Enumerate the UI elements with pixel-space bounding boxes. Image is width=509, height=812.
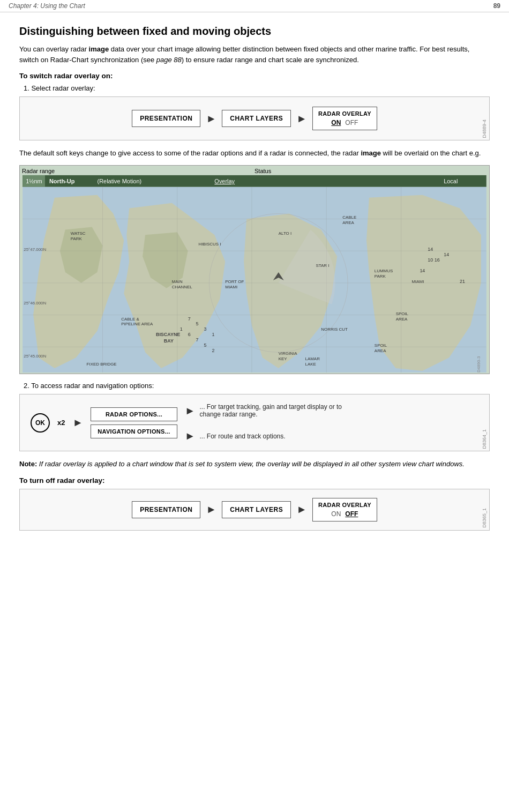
svg-text:WATSC: WATSC	[71, 232, 86, 236]
svg-text:D4890-3: D4890-3	[476, 356, 481, 373]
svg-text:14: 14	[428, 247, 433, 252]
note-paragraph: Note: If radar overlay is applied to a c…	[19, 459, 490, 470]
page-header: Chapter 4: Using the Chart 89	[0, 0, 509, 12]
svg-text:MIAMI: MIAMI	[225, 285, 237, 289]
arrow-icon-6: ►	[206, 503, 216, 516]
radar-options-key[interactable]: RADAR OPTIONS...	[91, 407, 177, 421]
svg-text:CABLE: CABLE	[342, 215, 356, 220]
svg-text:PORT OF: PORT OF	[225, 279, 244, 284]
diagram1-id: D4889-4	[482, 120, 487, 138]
arrow-icon-3: ►	[72, 416, 83, 429]
svg-text:1: 1	[180, 327, 183, 332]
svg-text:LAKE: LAKE	[305, 362, 316, 367]
svg-text:FIXED BRIDGE: FIXED BRIDGE	[87, 362, 117, 367]
svg-text:North-Up: North-Up	[49, 178, 75, 184]
intro-paragraph: You can overlay radar image data over yo…	[19, 44, 490, 65]
note-label: Note:	[19, 460, 37, 468]
svg-text:PARK: PARK	[375, 274, 386, 279]
radar-overlay-title-1: RADAR OVERLAY	[318, 110, 371, 117]
svg-text:MIAMI: MIAMI	[411, 279, 424, 284]
diagram-radar-off: PRESENTATION ► CHART LAYERS ► RADAR OVER…	[19, 489, 490, 531]
on-label-1[interactable]: ON	[331, 119, 341, 126]
step2-label: 2. To access radar and navigation option…	[24, 382, 490, 390]
arrow-icon-5: ► ... For route and track options.	[185, 430, 350, 442]
nav-options-desc: ... For route and track options.	[200, 433, 286, 440]
svg-text:NORRIS CUT: NORRIS CUT	[321, 327, 348, 332]
options-diagram: OK x2 ► RADAR OPTIONS... NAVIGATION OPTI…	[19, 394, 490, 451]
radar-overlay-key-2[interactable]: RADAR OVERLAY ON OFF	[312, 498, 377, 522]
chart-display: Radar range Status 1½nm North-Up (Relati…	[19, 165, 490, 374]
presentation-key-2[interactable]: PRESENTATION	[132, 501, 200, 518]
svg-text:PARK: PARK	[71, 237, 83, 242]
svg-text:CABLE &: CABLE &	[121, 317, 139, 322]
svg-text:VIRGINIA: VIRGINIA	[279, 352, 298, 356]
svg-text:Local: Local	[444, 178, 458, 184]
svg-text:14: 14	[420, 268, 425, 273]
svg-text:HIBISCUS I: HIBISCUS I	[199, 242, 221, 247]
svg-text:KEY: KEY	[279, 357, 288, 362]
svg-text:LUMMUS: LUMMUS	[375, 269, 393, 273]
svg-text:(Relative Motion): (Relative Motion)	[98, 178, 142, 184]
diagram3-id: D8365_1	[482, 508, 487, 528]
arrow-icon-7: ►	[296, 503, 307, 516]
svg-text:2: 2	[212, 348, 214, 354]
diagram-inner-3: PRESENTATION ► CHART LAYERS ► RADAR OVER…	[132, 498, 377, 522]
radar-overlay-title-2: RADAR OVERLAY	[318, 502, 371, 508]
page-number: 89	[493, 2, 500, 10]
on-label-2[interactable]: ON	[331, 510, 341, 518]
arrow-sym-4: ►	[185, 405, 196, 417]
options-column: RADAR OPTIONS... NAVIGATION OPTIONS...	[91, 407, 177, 438]
svg-text:Overlay: Overlay	[214, 178, 235, 184]
note-text: If radar overlay is applied to a chart w…	[39, 460, 465, 468]
svg-text:BISCAYNE: BISCAYNE	[156, 332, 180, 338]
chart-layers-key[interactable]: CHART LAYERS	[222, 110, 291, 127]
svg-text:STAR I: STAR I	[316, 263, 329, 268]
off-label-2[interactable]: OFF	[345, 510, 358, 518]
svg-text:5: 5	[196, 322, 199, 327]
after-diagram1-text: The default soft keys change to give acc…	[19, 148, 490, 159]
step1-label: 1. Select radar overlay:	[24, 84, 490, 92]
toggle-line-1: ON OFF	[318, 119, 371, 126]
chapter-title: Chapter 4: Using the Chart	[9, 2, 85, 10]
options-desc-col: ► ... For target tracking, gain and targ…	[185, 403, 350, 442]
svg-text:7: 7	[196, 338, 199, 343]
svg-text:SPOIL: SPOIL	[396, 311, 409, 316]
svg-text:SPOIL: SPOIL	[375, 344, 387, 348]
svg-text:5: 5	[204, 343, 206, 348]
toggle-line-2: ON OFF	[318, 510, 371, 518]
svg-text:LAMAR: LAMAR	[305, 357, 320, 362]
chart-svg: 1½nm North-Up (Relative Motion) Overlay …	[20, 166, 489, 374]
radar-overlay-key-1[interactable]: RADAR OVERLAY ON OFF	[312, 107, 377, 130]
x2-label: x2	[57, 419, 65, 427]
svg-text:ALTO I: ALTO I	[279, 232, 291, 236]
svg-text:25°46.000N: 25°46.000N	[24, 301, 46, 306]
svg-rect-0	[23, 175, 486, 187]
off-label-1[interactable]: OFF	[345, 119, 358, 126]
svg-text:7: 7	[188, 316, 191, 322]
svg-text:CHANNEL: CHANNEL	[172, 285, 193, 289]
diagram-inner-1: PRESENTATION ► CHART LAYERS ► RADAR OVER…	[132, 107, 377, 130]
main-content: Distinguishing between fixed and moving …	[0, 12, 509, 551]
arrow-icon-4: ► ... For target tracking, gain and targ…	[185, 403, 350, 418]
chart-layers-key-2[interactable]: CHART LAYERS	[222, 501, 291, 518]
arrow-sym-5: ►	[185, 430, 196, 442]
diagram-radar-on: PRESENTATION ► CHART LAYERS ► RADAR OVER…	[19, 96, 490, 140]
ok-button[interactable]: OK	[31, 413, 50, 433]
svg-text:AREA: AREA	[375, 349, 386, 354]
svg-text:PIPELINE AREA: PIPELINE AREA	[121, 322, 153, 327]
svg-text:6: 6	[188, 332, 191, 338]
presentation-key[interactable]: PRESENTATION	[132, 110, 200, 127]
svg-text:AREA: AREA	[396, 317, 408, 322]
subheading-switch-on: To switch radar overlay on:	[19, 72, 490, 80]
svg-text:10  16: 10 16	[428, 257, 439, 263]
svg-text:BAY: BAY	[164, 339, 174, 344]
svg-text:25°47.000N: 25°47.000N	[24, 248, 46, 252]
navigation-options-key[interactable]: NAVIGATION OPTIONS...	[91, 424, 177, 438]
svg-text:25°45.000N: 25°45.000N	[24, 354, 46, 359]
svg-text:1½nm: 1½nm	[26, 178, 42, 184]
diagram2-id: D8364_1	[482, 429, 487, 449]
svg-text:14: 14	[444, 252, 449, 258]
svg-text:AREA: AREA	[342, 221, 354, 226]
svg-text:21: 21	[460, 279, 465, 284]
radar-options-desc: ... For target tracking, gain and target…	[200, 403, 350, 418]
